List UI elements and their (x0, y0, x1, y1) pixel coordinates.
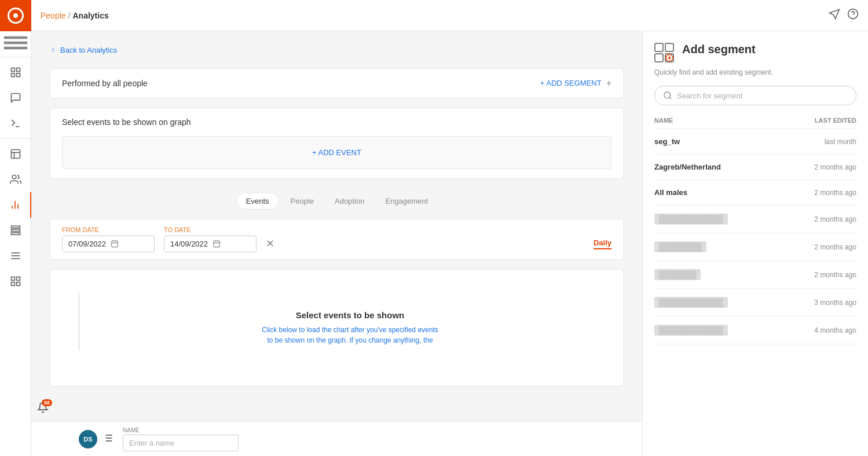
sidebar-item-sequences[interactable] (0, 243, 31, 269)
logo-circle (8, 8, 24, 24)
sidebar-item-contacts[interactable] (0, 167, 31, 192)
add-segment-button[interactable]: + ADD SEGMENT (540, 79, 602, 87)
app-logo[interactable] (0, 0, 31, 31)
segment-date: 2 months ago (814, 189, 856, 197)
segment-item[interactable]: ████████████ 2 months ago (654, 205, 856, 233)
svg-rect-21 (11, 277, 14, 281)
help-icon[interactable] (847, 8, 859, 23)
segment-date: 3 months ago (814, 299, 856, 307)
back-to-analytics-link[interactable]: Back to Analytics (50, 46, 117, 54)
segment-date: 2 months ago (814, 215, 856, 223)
more-options-icon[interactable]: + (606, 78, 611, 89)
segment-name: ████████████ (654, 297, 728, 308)
svg-rect-22 (16, 277, 20, 281)
segment-item[interactable]: All males 2 months ago (654, 180, 856, 205)
breadcrumb: People / Analytics (41, 11, 109, 20)
segment-date: 4 months ago (814, 326, 856, 334)
segment-item[interactable]: ███████ 2 months ago (654, 261, 856, 289)
svg-line-43 (669, 97, 671, 99)
from-date-label: From Date (62, 226, 155, 233)
segment-name: seg_tw (654, 137, 680, 146)
sidebar-item-dashboard[interactable] (0, 60, 31, 85)
svg-rect-24 (16, 282, 20, 286)
segment-item[interactable]: Zagreb/Netherland 2 months ago (654, 155, 856, 180)
segment-search-box[interactable] (654, 86, 856, 105)
from-date-group: From Date 07/09/2022 (62, 226, 155, 252)
calendar-icon-from (111, 240, 119, 248)
svg-rect-15 (11, 226, 20, 228)
daily-button[interactable]: Daily (594, 238, 611, 249)
performed-by-card: Performed by all people + ADD SEGMENT + (50, 68, 624, 98)
select-events-title: Select events to be shown on graph (62, 117, 611, 127)
notification-badge: 88 (42, 399, 52, 406)
segment-name: ████████████ (654, 325, 728, 336)
calendar-icon-to (213, 240, 221, 248)
user-avatar[interactable]: DS (79, 430, 97, 448)
to-date-input[interactable]: 14/09/2022 (164, 236, 257, 252)
name-input[interactable] (123, 435, 239, 451)
sidebar-divider-2 (0, 138, 31, 139)
top-navigation: People / Analytics (31, 0, 868, 31)
sidebar-item-reports[interactable] (0, 141, 31, 167)
add-segment-subtitle: Quickly find and add existing segment. (654, 68, 856, 76)
chart-sub-part2: to load the chart after you've specified… (299, 326, 438, 334)
segment-date: last month (825, 138, 856, 146)
to-date-label: To Date (164, 226, 257, 233)
search-input[interactable] (677, 91, 848, 100)
segment-name: All males (654, 188, 687, 197)
col-edited: Last edited (815, 117, 856, 124)
clear-date-button[interactable]: ✕ (266, 237, 274, 250)
sidebar-item-people-analytics[interactable] (0, 192, 31, 218)
segment-item[interactable]: ████████████ 3 months ago (654, 289, 856, 317)
segment-item[interactable]: ████████ 2 months ago (654, 233, 856, 261)
log-icon-wrapper[interactable] (102, 432, 113, 446)
add-event-button[interactable]: + ADD EVENT (312, 148, 361, 157)
tab-people[interactable]: People (281, 193, 323, 209)
chart-sub-part3: to be shown on the graph. If you change … (267, 336, 433, 344)
segment-date: 2 months ago (814, 271, 856, 279)
main-content: Back to Analytics Performed by all peopl… (31, 31, 868, 456)
center-panel: Back to Analytics Performed by all peopl… (31, 31, 642, 456)
sidebar-item-grid[interactable] (0, 269, 31, 294)
sidebar-item-terminal[interactable] (0, 111, 31, 136)
sidebar-expand-button[interactable] (0, 31, 31, 54)
segment-item[interactable]: ████████████ 4 months ago (654, 317, 856, 344)
segment-date: 2 months ago (814, 243, 856, 251)
notification-bell[interactable]: 88 (37, 402, 49, 415)
svg-rect-6 (16, 73, 20, 77)
breadcrumb-people[interactable]: People (41, 11, 66, 20)
name-field-group: NAME (123, 427, 239, 451)
svg-rect-5 (11, 73, 14, 77)
svg-rect-31 (214, 241, 220, 247)
add-segment-actions: + ADD SEGMENT + (540, 78, 611, 89)
svg-rect-35 (655, 43, 663, 52)
announcements-icon[interactable] (829, 8, 840, 23)
tab-events[interactable]: Events (236, 193, 279, 209)
sidebar-item-messages[interactable] (0, 85, 31, 111)
tab-adoption[interactable]: Adoption (325, 193, 373, 209)
add-event-area: + ADD EVENT (62, 136, 611, 169)
chart-title: Select events to be shown (106, 310, 594, 320)
svg-rect-16 (11, 229, 20, 231)
segment-name: ████████████ (654, 214, 728, 225)
segment-item[interactable]: seg_tw last month (654, 129, 856, 155)
bottom-bar: 88 DS NAME (31, 421, 642, 456)
from-date-value: 07/09/2022 (68, 240, 106, 248)
segment-icon-svg (654, 43, 675, 64)
svg-rect-37 (655, 54, 663, 62)
performed-by-bar: Performed by all people + ADD SEGMENT + (50, 69, 623, 98)
add-segment-title: Add segment (682, 43, 756, 56)
svg-point-11 (12, 175, 16, 179)
breadcrumb-analytics: Analytics (72, 11, 108, 20)
svg-point-42 (664, 92, 671, 98)
col-name: Name (654, 117, 673, 124)
breadcrumb-separator: / (68, 11, 71, 20)
tab-engagement[interactable]: Engagement (376, 193, 437, 209)
chart-sub-link[interactable]: below (279, 326, 297, 334)
sidebar-item-lists[interactable] (0, 218, 31, 243)
sidebar (0, 0, 31, 456)
from-date-input[interactable]: 07/09/2022 (62, 236, 155, 252)
svg-rect-4 (16, 68, 20, 72)
filters-row: From Date 07/09/2022 To Date 14/09/2022 … (50, 219, 624, 260)
topnav-actions (829, 8, 859, 23)
